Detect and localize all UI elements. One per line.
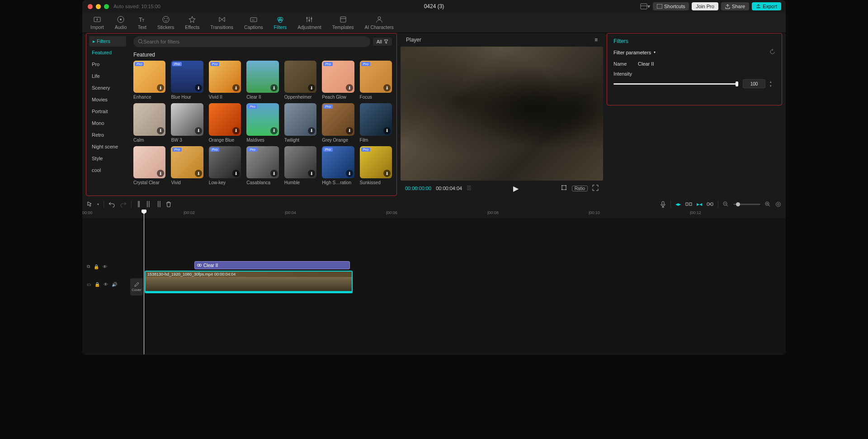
redo-button[interactable]: [120, 201, 127, 207]
tab-import[interactable]: Import: [85, 14, 109, 31]
tab-ai-characters[interactable]: AI Characters: [359, 14, 399, 31]
tab-audio[interactable]: Audio: [109, 14, 132, 31]
delete-button[interactable]: [166, 201, 171, 207]
share-button[interactable]: Share: [721, 2, 749, 10]
track-link-icon[interactable]: ⧉: [87, 264, 90, 269]
all-filter-button[interactable]: All: [373, 38, 392, 46]
maximize-window[interactable]: [104, 4, 109, 9]
download-icon[interactable]: ⬇: [195, 84, 202, 91]
sidebar-item-retro[interactable]: Retro: [86, 129, 129, 141]
mic-icon[interactable]: [660, 201, 666, 208]
filter-card-crystal-clear[interactable]: ⬇Crystal Clear: [133, 146, 165, 185]
filter-card-oppenheimer[interactable]: ⬇Oppenheimer: [284, 61, 316, 100]
filter-card-casablanca[interactable]: Pro⬇Casablanca: [246, 146, 278, 185]
download-icon[interactable]: ⬇: [270, 170, 278, 177]
filter-card-blue-hour[interactable]: Pro⬇Blue Hour: [171, 61, 203, 100]
sidebar-item-life[interactable]: Life: [86, 70, 129, 82]
cover-button[interactable]: Cover: [130, 278, 143, 296]
tab-transitions[interactable]: Transitions: [205, 14, 239, 31]
sidebar-item-portrait[interactable]: Portrait: [86, 105, 129, 117]
sidebar-item-scenery[interactable]: Scenery: [86, 82, 129, 94]
ratio-button[interactable]: Ratio: [572, 186, 588, 191]
sidebar-item-cool[interactable]: cool: [86, 164, 129, 176]
tab-stickers[interactable]: Stickers: [152, 14, 179, 31]
fullscreen-icon[interactable]: [592, 185, 599, 192]
snap-tool-2[interactable]: [685, 201, 692, 207]
filter-card-peach-glow[interactable]: Pro⬇Peach Glow: [322, 61, 354, 100]
pointer-dropdown[interactable]: ▾: [97, 202, 99, 206]
download-icon[interactable]: ⬇: [157, 127, 164, 134]
download-icon[interactable]: ⬇: [232, 170, 240, 177]
close-window[interactable]: [88, 4, 93, 9]
track-lock-icon[interactable]: 🔒: [94, 264, 99, 269]
track-mute-icon[interactable]: 🔊: [112, 282, 117, 287]
filter-card-high-s-ration[interactable]: Pro⬇High S…ration: [322, 146, 354, 185]
sidebar-header[interactable]: ▸ Filters: [89, 36, 126, 47]
playhead[interactable]: [144, 210, 144, 354]
link-tool[interactable]: [707, 202, 713, 206]
download-icon[interactable]: ⬇: [383, 170, 391, 177]
join-pro-button[interactable]: Join Pro: [692, 2, 718, 10]
timeline[interactable]: ⧉ 🔒 👁 ▭ 🔒 👁 🔊 Cover Clear II 1538130-hd_…: [82, 219, 786, 354]
download-icon[interactable]: ⬇: [157, 84, 164, 91]
tab-text[interactable]: TTText: [132, 14, 152, 31]
download-icon[interactable]: ⬇: [195, 127, 202, 134]
filter-card-vivid-ii[interactable]: Pro⬇Vivid II: [209, 61, 241, 100]
download-icon[interactable]: ⬇: [195, 170, 202, 177]
snap-tool-3[interactable]: ▸◂: [697, 201, 702, 207]
filter-card-clear-ii[interactable]: ⬇Clear II: [246, 61, 278, 100]
split-tool[interactable]: [136, 201, 142, 207]
filter-card-sunkissed[interactable]: Pro⬇Sunkissed: [360, 146, 392, 185]
filter-card-grey-orange[interactable]: Pro⬇Grey Orange: [322, 103, 354, 142]
player-canvas[interactable]: [401, 47, 603, 181]
tab-effects[interactable]: Effects: [179, 14, 205, 31]
download-icon[interactable]: ⬇: [270, 84, 278, 91]
intensity-slider[interactable]: [613, 83, 738, 85]
tab-adjustment[interactable]: Adjustment: [292, 14, 327, 31]
crop-icon[interactable]: [561, 184, 567, 192]
track-eye-icon[interactable]: 👁: [104, 282, 108, 287]
filter-card-vivid[interactable]: Pro⬇Vivid: [171, 146, 203, 185]
shortcuts-button[interactable]: Shortcuts: [653, 2, 689, 10]
snap-tool-1[interactable]: ◂▸: [675, 201, 681, 207]
filter-card-humble[interactable]: ⬇Humble: [284, 146, 316, 185]
minimize-window[interactable]: [96, 4, 101, 9]
intensity-value[interactable]: 100: [743, 79, 765, 88]
list-icon[interactable]: ☰: [467, 185, 472, 191]
download-icon[interactable]: ⬇: [383, 84, 391, 91]
chevron-down-icon[interactable]: ▾: [654, 50, 656, 54]
search-input[interactable]: [143, 39, 366, 44]
filter-card-orange-blue[interactable]: ⬇Orange Blue: [209, 103, 241, 142]
download-icon[interactable]: ⬇: [383, 127, 391, 134]
download-icon[interactable]: ⬇: [232, 84, 240, 91]
sidebar-item-night-scene[interactable]: Night scene: [86, 141, 129, 153]
download-icon[interactable]: ⬇: [308, 170, 315, 177]
zoom-slider[interactable]: [733, 204, 760, 205]
download-icon[interactable]: ⬇: [346, 84, 353, 91]
pointer-tool[interactable]: [87, 201, 93, 207]
filter-card-twilight[interactable]: ⬇Twilight: [284, 103, 316, 142]
undo-button[interactable]: [108, 201, 115, 207]
play-button[interactable]: ▶: [513, 184, 519, 193]
zoom-in[interactable]: [765, 201, 771, 207]
sidebar-item-style[interactable]: Style: [86, 153, 129, 164]
tab-templates[interactable]: Templates: [327, 14, 359, 31]
filter-card-film[interactable]: ⬇Film: [360, 103, 392, 142]
filter-card-low-key[interactable]: Pro⬇Low-key: [209, 146, 241, 185]
track-eye-icon[interactable]: 👁: [103, 264, 107, 269]
layout-icon[interactable]: ▾: [640, 3, 650, 10]
sidebar-item-movies[interactable]: Movies: [86, 94, 129, 105]
tab-captions[interactable]: ccCaptions: [239, 14, 268, 31]
stepper-up[interactable]: ▴: [770, 80, 775, 84]
split-right-tool[interactable]: [156, 201, 161, 207]
filter-card-calm[interactable]: ⬇Calm: [133, 103, 165, 142]
download-icon[interactable]: ⬇: [346, 170, 353, 177]
stepper-down[interactable]: ▾: [770, 84, 775, 88]
player-menu-icon[interactable]: ≡: [594, 37, 598, 43]
sidebar-item-pro[interactable]: Pro: [86, 58, 129, 70]
download-icon[interactable]: ⬇: [346, 127, 353, 134]
split-left-tool[interactable]: [146, 201, 151, 207]
filter-card-maldives[interactable]: Pro⬇Maldives: [246, 103, 278, 142]
slider-thumb[interactable]: [736, 81, 738, 86]
ruler[interactable]: 00:00|00:02|00:04|00:06|00:08|00:10|00:1…: [82, 210, 786, 219]
